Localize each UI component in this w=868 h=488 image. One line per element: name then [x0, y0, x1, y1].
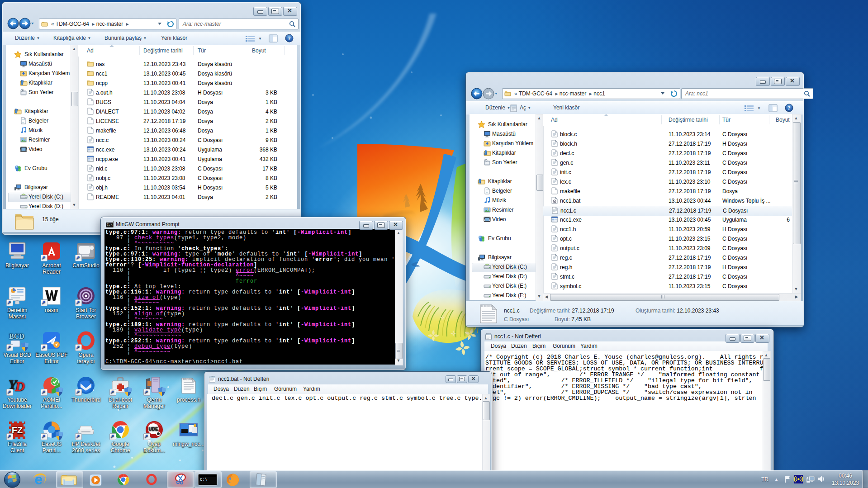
svg-text:?: ? [788, 105, 791, 111]
svg-text:C:\: C:\ [107, 223, 113, 227]
svg-text:BCD: BCD [9, 332, 24, 340]
svg-text:?: ? [288, 35, 291, 42]
svg-text:C:\_: C:\_ [200, 478, 210, 482]
svg-text:D: D [14, 379, 25, 393]
svg-text:UDE: UDE [148, 426, 158, 431]
svg-text:FZ: FZ [12, 425, 23, 435]
